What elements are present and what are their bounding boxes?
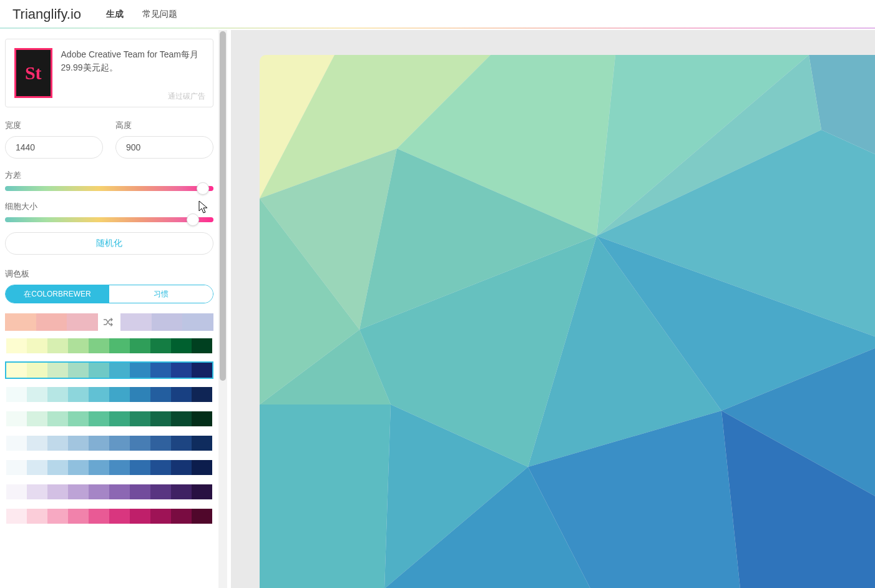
shuffle-swatch [182, 313, 213, 331]
palette-swatch [89, 387, 109, 402]
palette-swatch [130, 338, 150, 353]
palette-swatch [150, 460, 171, 475]
palette-swatch [6, 484, 27, 499]
palette-swatch [171, 387, 192, 402]
nav-generate[interactable]: 生成 [106, 9, 124, 20]
palette-swatch [27, 436, 47, 451]
palette-swatch [6, 338, 27, 353]
palette-list [5, 337, 213, 525]
palette-swatch [130, 363, 150, 378]
palette-swatch [109, 338, 130, 353]
palette-swatch [47, 460, 68, 475]
palette-swatch [171, 484, 192, 499]
seg-custom[interactable]: 习惯 [109, 285, 213, 303]
palette-swatch [192, 411, 212, 426]
palette-swatch [68, 387, 89, 402]
palette-row[interactable] [5, 386, 213, 403]
palette-swatch [68, 509, 89, 524]
palette-swatch [150, 411, 171, 426]
seg-colorbrewer[interactable]: 在COLORBREWER [6, 285, 109, 303]
cellsize-thumb[interactable] [187, 213, 199, 226]
palette-swatch [192, 363, 212, 378]
palette-swatch [192, 460, 212, 475]
palette-swatch [89, 484, 109, 499]
palette-swatch [192, 436, 212, 451]
ad-card[interactable]: St Adobe Creative Team for Team每月29.99美元… [5, 39, 213, 107]
palette-swatch [27, 460, 47, 475]
shuffle-swatch [5, 313, 36, 331]
palette-swatch [171, 436, 192, 451]
palette-swatch [150, 436, 171, 451]
ad-text: Adobe Creative Team for Team每月29.99美元起。 [61, 48, 204, 98]
ad-note[interactable]: 通过碳广告 [168, 91, 205, 102]
shuffle-palette-row[interactable] [5, 313, 213, 331]
palette-row[interactable] [5, 459, 213, 476]
palette-swatch [47, 363, 68, 378]
palette-swatch [150, 338, 171, 353]
palette-swatch [89, 509, 109, 524]
palette-swatch [171, 363, 192, 378]
cellsize-slider[interactable] [5, 217, 213, 222]
palette-swatch [89, 460, 109, 475]
palette-row[interactable] [5, 361, 213, 379]
palette-swatch [27, 484, 47, 499]
palette-swatch [68, 338, 89, 353]
brand-title[interactable]: Trianglify.io [6, 6, 87, 22]
palette-swatch [192, 484, 212, 499]
palette-label: 调色板 [5, 268, 213, 280]
palette-swatch [171, 411, 192, 426]
height-input[interactable] [115, 136, 213, 159]
palette-row[interactable] [5, 410, 213, 428]
nav-faq[interactable]: 常见问题 [142, 9, 177, 20]
palette-swatch [109, 460, 130, 475]
palette-swatch [171, 509, 192, 524]
palette-swatch [171, 460, 192, 475]
variance-thumb[interactable] [197, 182, 209, 195]
palette-row[interactable] [5, 507, 213, 525]
palette-swatch [47, 338, 68, 353]
palette-swatch [89, 411, 109, 426]
svg-marker-15 [260, 404, 391, 588]
palette-swatch [6, 387, 27, 402]
palette-row[interactable] [5, 337, 213, 355]
palette-swatch [150, 484, 171, 499]
palette-swatch [6, 411, 27, 426]
preview-canvas[interactable] [260, 55, 875, 588]
palette-swatch [150, 509, 171, 524]
palette-swatch [27, 509, 47, 524]
palette-swatch [109, 509, 130, 524]
shuffle-icon[interactable] [98, 313, 120, 331]
shuffle-swatch [152, 313, 183, 331]
palette-swatch [89, 363, 109, 378]
sidebar-scrollbar[interactable] [218, 30, 227, 588]
palette-swatch [109, 484, 130, 499]
variance-slider[interactable] [5, 186, 213, 191]
palette-swatch [150, 363, 171, 378]
randomize-button[interactable]: 随机化 [5, 232, 213, 255]
palette-swatch [6, 363, 27, 378]
palette-swatch [130, 460, 150, 475]
sidebar-scroll-thumb[interactable] [220, 31, 226, 381]
ad-logo: St [14, 48, 52, 98]
width-input[interactable] [5, 136, 103, 159]
height-label: 高度 [115, 120, 213, 131]
palette-swatch [68, 436, 89, 451]
palette-swatch [68, 363, 89, 378]
palette-swatch [27, 338, 47, 353]
palette-swatch [89, 436, 109, 451]
palette-swatch [130, 509, 150, 524]
palette-swatch [68, 460, 89, 475]
palette-swatch [150, 387, 171, 402]
cellsize-label: 细胞大小 [5, 201, 213, 212]
palette-swatch [171, 338, 192, 353]
palette-swatch [6, 509, 27, 524]
palette-swatch [192, 387, 212, 402]
palette-swatch [6, 460, 27, 475]
palette-row[interactable] [5, 434, 213, 452]
palette-swatch [47, 387, 68, 402]
palette-swatch [89, 338, 109, 353]
palette-source-segment: 在COLORBREWER 习惯 [5, 285, 213, 303]
palette-swatch [109, 363, 130, 378]
palette-swatch [192, 338, 212, 353]
palette-row[interactable] [5, 483, 213, 501]
